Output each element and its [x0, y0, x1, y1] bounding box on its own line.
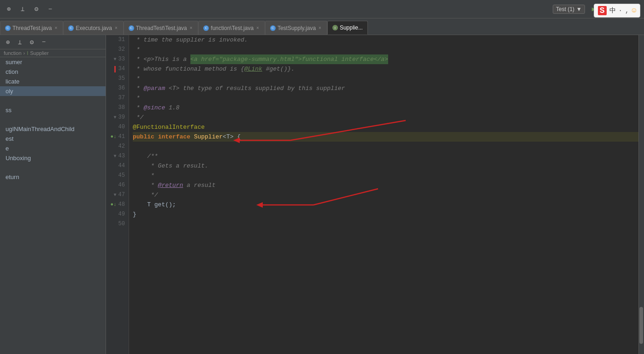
sidebar-minus-icon[interactable]: −	[39, 37, 49, 47]
sidebar-item-eturn[interactable]: eturn	[0, 172, 106, 182]
code-line-36: * @param <T> the type of results supplie…	[133, 84, 644, 93]
line-42: 42	[106, 142, 129, 151]
red-marker-34	[114, 66, 116, 72]
sidebar-label-ss: ss	[6, 107, 12, 114]
code-line-40: @FunctionalInterface	[133, 122, 644, 132]
tab-threadtest-test[interactable]: C ThreadTest\Test.java ×	[124, 21, 199, 35]
sidebar-item-e[interactable]: e	[0, 144, 106, 153]
code-line-47: */	[133, 190, 644, 200]
fold-33-icon[interactable]: ▼	[114, 54, 117, 64]
breadcrumb-icon: I	[27, 50, 28, 56]
gutter-48-icon: ●↓	[110, 200, 116, 210]
sidebar-collapse-icon[interactable]: ⊥	[15, 37, 25, 47]
fold-43-icon[interactable]: ▼	[114, 151, 117, 161]
tab-function-test[interactable]: C function\Test.java ×	[198, 21, 265, 35]
tab-close-testsupply[interactable]: ×	[318, 25, 322, 30]
settings-icon[interactable]: ⚙	[31, 4, 41, 14]
code-line-50	[133, 219, 644, 229]
line-50: 50	[106, 219, 129, 229]
line-48: ●↓ 48	[106, 200, 129, 210]
code-line-33: * <p>This is a <a href="package-summary.…	[133, 54, 644, 64]
line-40: 40	[106, 122, 129, 132]
line-43: ▼ 43	[106, 151, 129, 161]
code-line-46: * @return a result	[133, 180, 644, 190]
tab-executors[interactable]: C Executors.java ×	[63, 21, 124, 35]
code-line-37: *	[133, 93, 644, 103]
editor-area[interactable]: 31 32 ▼ 33 34 35	[106, 35, 644, 354]
line-44: 44	[106, 161, 129, 171]
minimize-icon[interactable]: −	[45, 4, 55, 14]
tab-threadtest[interactable]: C ThreadTest.java ×	[0, 21, 63, 35]
code-line-38: * @since 1.8	[133, 103, 644, 113]
sidebar-label-licate: licate	[6, 78, 19, 85]
code-line-44: * Gets a result.	[133, 161, 644, 171]
sidebar-item-oly[interactable]: oly	[0, 86, 106, 96]
tab-icon-executors: C	[68, 25, 74, 31]
fold-39-icon[interactable]: ▼	[114, 113, 117, 122]
tab-label-function-test: function\Test.java	[211, 25, 254, 31]
line-36: 36	[106, 84, 129, 93]
tab-icon-testsupply: C	[270, 25, 276, 31]
scrollbar-thumb[interactable]	[639, 307, 643, 344]
line-38: 38	[106, 103, 129, 113]
line-32: 32	[106, 45, 129, 54]
line-46: 46	[106, 180, 129, 190]
scrollbar-right[interactable]	[638, 35, 644, 354]
sidebar-label-ugIN: ugINMainThreadAndChild	[6, 126, 75, 132]
gutter-41-icon: ●↓	[110, 132, 116, 142]
tab-icon-function-test: C	[203, 25, 209, 31]
breadcrumb: function › I Supplier	[0, 49, 106, 57]
breadcrumb-supplier: Supplier	[30, 50, 48, 56]
sidebar-compass-icon[interactable]: ⊕	[3, 37, 13, 47]
sidebar-label-eturn: eturn	[6, 174, 19, 180]
tab-label-testsupply: TestSupply.java	[278, 25, 316, 31]
tab-icon-threadtest-test: C	[129, 25, 134, 31]
compass-icon[interactable]: ⊕	[4, 4, 14, 14]
ime-dot2: ,	[625, 7, 629, 14]
run-config[interactable]: Test (1) ▼	[553, 5, 585, 14]
sidebar-label-unboxing: Unboxing	[6, 155, 31, 162]
tab-close-function-test[interactable]: ×	[255, 25, 260, 30]
sidebar-item-est[interactable]: est	[0, 134, 106, 144]
sidebar-item-unboxing[interactable]: Unboxing	[0, 153, 106, 163]
tabs-bar: C ThreadTest.java × C Executors.java × C…	[0, 18, 644, 35]
collapse-icon[interactable]: ⊥	[18, 4, 28, 14]
tab-close-threadtest[interactable]: ×	[53, 25, 58, 30]
sidebar-item-empty2	[0, 115, 106, 124]
line-35: 35	[106, 74, 129, 84]
ime-face: ☺	[632, 6, 636, 15]
code-lines[interactable]: * time the supplier is invoked. * * <p>T…	[129, 35, 644, 354]
tab-close-threadtest-test[interactable]: ×	[189, 25, 194, 30]
code-line-42	[133, 142, 644, 151]
sidebar: ⊕ ⊥ ⚙ − function › I Supplier sumer ctio…	[0, 35, 106, 354]
ime-s-logo: S	[598, 6, 607, 15]
sidebar-item-ss[interactable]: ss	[0, 105, 106, 115]
line-47: ▼ 47	[106, 190, 129, 200]
sidebar-item-ction[interactable]: ction	[0, 67, 106, 77]
sidebar-label-ction: ction	[6, 68, 18, 75]
code-line-32: *	[133, 45, 644, 54]
breadcrumb-sep: ›	[24, 50, 25, 56]
line-31: 31	[106, 35, 129, 45]
chevron-down-icon: ▼	[576, 6, 582, 12]
tab-supplier[interactable]: I Supplie...	[327, 21, 368, 35]
sidebar-settings-icon[interactable]: ⚙	[27, 37, 37, 47]
ime-toolbar: S 中 · , ☺	[594, 4, 640, 18]
sidebar-label-e: e	[6, 145, 9, 152]
tab-label-executors: Executors.java	[76, 25, 112, 31]
sidebar-item-sumer[interactable]: sumer	[0, 57, 106, 67]
tab-testsupply[interactable]: C TestSupply.java ×	[265, 21, 327, 35]
tab-close-executors[interactable]: ×	[114, 25, 118, 30]
sidebar-item-ugIN[interactable]: ugINMainThreadAndChild	[0, 124, 106, 134]
code-line-49: }	[133, 210, 644, 219]
code-line-31: * time the supplier is invoked.	[133, 35, 644, 45]
code-line-45: *	[133, 171, 644, 180]
sidebar-item-licate[interactable]: licate	[0, 77, 106, 86]
sidebar-label-sumer: sumer	[6, 59, 22, 66]
main-layout: ⊕ ⊥ ⚙ − function › I Supplier sumer ctio…	[0, 35, 644, 354]
tab-label-threadtest-test: ThreadTest\Test.java	[136, 25, 187, 31]
fold-47-icon[interactable]: ▼	[114, 190, 117, 200]
tab-icon-threadtest: C	[5, 25, 11, 31]
ime-zh-label: 中	[609, 6, 616, 15]
sidebar-item-empty3	[0, 163, 106, 172]
